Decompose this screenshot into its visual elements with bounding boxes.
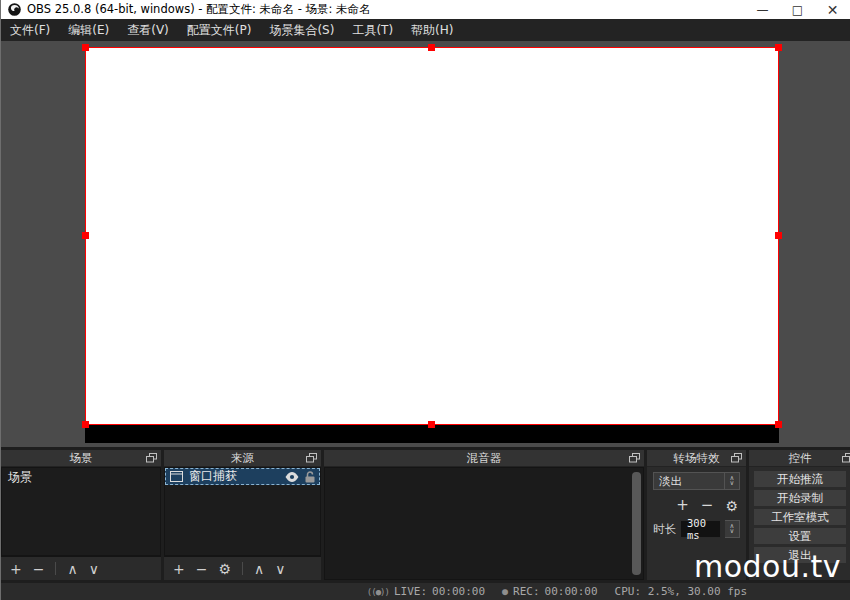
resize-handle-bottom-center[interactable] [428, 421, 435, 428]
scenes-dock-icon[interactable] [146, 453, 157, 463]
rec-time: 00:00:00 [545, 585, 598, 598]
resize-handle-bottom-right[interactable] [775, 421, 782, 428]
resize-handle-top-right[interactable] [775, 44, 782, 51]
remove-source-button[interactable]: − [196, 562, 208, 576]
source-list-item[interactable]: 窗口捕获 [165, 468, 320, 485]
selected-source-region[interactable] [85, 47, 779, 425]
transitions-panel-header[interactable]: 转场特效 [647, 450, 746, 467]
resize-handle-top-center[interactable] [428, 44, 435, 51]
live-signal-icon: ((●)) [367, 587, 389, 597]
sources-panel: 来源 窗口捕获 [164, 450, 321, 580]
menu-scene-collection[interactable]: 场景集合(S) [260, 19, 343, 41]
menu-tools[interactable]: 工具(T) [343, 19, 402, 41]
sources-dock-icon[interactable] [306, 453, 317, 463]
sources-list[interactable]: 窗口捕获 [164, 467, 321, 556]
transition-selected-value: 淡出 [654, 473, 724, 489]
duration-label: 时长 [653, 522, 676, 537]
minimize-button[interactable]: — [745, 0, 780, 19]
source-up-button[interactable]: ∧ [254, 562, 264, 576]
mixer-body [324, 467, 644, 580]
program-canvas[interactable] [85, 47, 779, 443]
add-scene-button[interactable]: + [10, 562, 22, 576]
resize-handle-bottom-left[interactable] [82, 421, 89, 428]
window-capture-icon [170, 471, 183, 482]
controls-panel-title: 控件 [789, 451, 812, 466]
remove-scene-button[interactable]: − [33, 562, 45, 576]
statusbar: ((●)) LIVE: 00:00:00 ● REC: 00:00:00 CPU… [1, 583, 850, 600]
scenes-panel-header[interactable]: 场景 [1, 450, 161, 467]
window-controls: — □ ✕ [745, 0, 850, 19]
scene-list-item[interactable]: 场景 [2, 468, 160, 487]
sources-toolbar: + − ⚙ ∧ ∨ [164, 556, 321, 580]
start-recording-button[interactable]: 开始录制 [754, 490, 846, 506]
close-button[interactable]: ✕ [815, 0, 850, 19]
resize-handle-mid-right[interactable] [775, 232, 782, 239]
menu-edit[interactable]: 编辑(E) [59, 19, 118, 41]
menu-help[interactable]: 帮助(H) [402, 19, 462, 41]
add-transition-button[interactable]: + [676, 498, 689, 513]
settings-button[interactable]: 设置 [754, 528, 846, 544]
sources-panel-title: 来源 [231, 451, 254, 466]
live-time: 00:00:00 [432, 585, 485, 598]
sources-panel-header[interactable]: 来源 [164, 450, 321, 467]
controls-panel-header[interactable]: 控件 [749, 450, 850, 467]
rec-status: ● REC: 00:00:00 [502, 585, 598, 598]
resize-handle-top-left[interactable] [82, 44, 89, 51]
start-streaming-button[interactable]: 开始推流 [754, 471, 846, 487]
toolbar-divider [242, 562, 243, 575]
toolbar-divider [55, 562, 56, 575]
live-label: LIVE: [394, 585, 427, 598]
menubar: 文件(F) 编辑(E) 查看(V) 配置文件(P) 场景集合(S) 工具(T) … [1, 19, 850, 41]
mixer-dock-icon[interactable] [629, 453, 640, 463]
transition-duration-row: 时长 300 ms ∧ ∨ [653, 520, 740, 538]
controls-dock-icon[interactable] [842, 453, 850, 463]
transition-actions: + − ⚙ [653, 498, 738, 513]
scene-up-button[interactable]: ∧ [67, 562, 77, 576]
source-properties-button[interactable]: ⚙ [218, 562, 231, 576]
source-item-label: 窗口捕获 [189, 468, 279, 485]
scenes-list[interactable]: 场景 [1, 467, 161, 556]
transition-select-arrows-icon[interactable]: ∧ ∨ [724, 473, 739, 489]
transitions-panel-title: 转场特效 [674, 451, 720, 466]
obs-window: OBS 25.0.8 (64-bit, windows) - 配置文件: 未命名… [0, 0, 850, 600]
mixer-panel-header[interactable]: 混音器 [324, 450, 644, 467]
cpu-fps-status: CPU: 2.5%, 30.00 fps [615, 585, 747, 598]
titlebar: OBS 25.0.8 (64-bit, windows) - 配置文件: 未命名… [1, 0, 850, 19]
add-source-button[interactable]: + [173, 562, 185, 576]
duration-spinner[interactable]: ∧ ∨ [725, 520, 740, 538]
scenes-panel-title: 场景 [70, 451, 93, 466]
rec-label: REC: [513, 585, 540, 598]
scenes-panel: 场景 场景 + − ∧ ∨ [1, 450, 161, 580]
live-status: ((●)) LIVE: 00:00:00 [367, 585, 485, 598]
mixer-panel: 混音器 [324, 450, 644, 580]
menu-view[interactable]: 查看(V) [118, 19, 178, 41]
source-down-button[interactable]: ∨ [275, 562, 285, 576]
remove-transition-button[interactable]: − [701, 498, 714, 513]
menu-profile[interactable]: 配置文件(P) [178, 19, 261, 41]
window-title: OBS 25.0.8 (64-bit, windows) - 配置文件: 未命名… [27, 2, 371, 17]
rec-dot-icon: ● [502, 586, 508, 597]
resize-handle-mid-left[interactable] [82, 232, 89, 239]
mixer-scrollbar[interactable] [632, 472, 641, 575]
visibility-eye-icon[interactable] [285, 472, 299, 482]
transition-properties-button[interactable]: ⚙ [725, 499, 738, 513]
studio-mode-button[interactable]: 工作室模式 [754, 509, 846, 525]
obs-logo-icon [8, 3, 21, 16]
lock-icon[interactable] [305, 471, 315, 483]
mixer-panel-title: 混音器 [467, 451, 502, 466]
scene-down-button[interactable]: ∨ [89, 562, 99, 576]
transitions-dock-icon[interactable] [731, 453, 742, 463]
maximize-button[interactable]: □ [780, 0, 815, 19]
duration-input[interactable]: 300 ms [680, 520, 721, 538]
watermark-text: modou.tv [694, 549, 841, 584]
menu-file[interactable]: 文件(F) [1, 19, 59, 41]
preview-area[interactable] [1, 41, 850, 447]
transition-select[interactable]: 淡出 ∧ ∨ [653, 472, 740, 490]
scenes-toolbar: + − ∧ ∨ [1, 556, 161, 580]
